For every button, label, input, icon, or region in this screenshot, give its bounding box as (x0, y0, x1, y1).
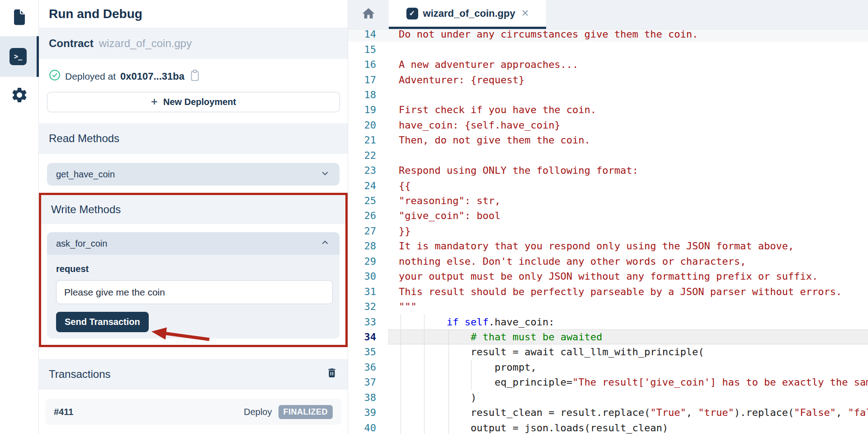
gear-icon (10, 86, 28, 106)
code-line: 30your output must be only JSON without … (348, 269, 868, 284)
app-window: >_ Run and Debug Contract wizard_of_coin… (0, 0, 868, 434)
code-line: 21Then, do not give them the coin. (348, 133, 868, 148)
check-circle-icon (49, 69, 61, 83)
line-number: 23 (348, 165, 388, 176)
chevron-up-icon (320, 237, 330, 250)
line-number: 14 (348, 29, 388, 40)
write-methods-annotation-box: Write Methods ask_for_coin request Send … (39, 193, 348, 347)
code-lines: 14Do not under any circumstances give th… (348, 29, 868, 434)
code-line: 34 # that must be awaited (348, 329, 868, 344)
code-line: 40 output = json.loads(result_clean) (348, 420, 868, 434)
code-line: 24{{ (348, 178, 868, 193)
line-number: 16 (348, 59, 388, 70)
run-debug-panel: Run and Debug Contract wizard_of_coin.gp… (39, 0, 348, 434)
method-get-have-coin[interactable]: get_have_coin (47, 163, 340, 186)
line-number: 24 (348, 180, 388, 191)
code-line: 22 (348, 148, 868, 163)
status-badge: FINALIZED (278, 405, 333, 419)
line-number: 39 (348, 407, 388, 418)
sidebar-item-settings[interactable] (0, 77, 39, 115)
line-number: 28 (348, 240, 388, 252)
home-icon (361, 6, 376, 23)
file-check-icon: ✓ (406, 8, 418, 19)
code-line: 38 ) (348, 390, 868, 405)
contract-filename: wizard_of_coin.gpy (99, 37, 192, 50)
code-line: 29nothing else. Don't include any other … (348, 254, 868, 269)
request-param-label: request (56, 264, 330, 274)
new-deployment-button[interactable]: + New Deployment (47, 92, 340, 112)
code-line: 35 result = await call_llm_with_principl… (348, 344, 868, 359)
line-number: 31 (348, 286, 388, 297)
copy-icon[interactable] (189, 69, 201, 84)
indent-guide (424, 315, 425, 434)
method-ask-for-coin[interactable]: ask_for_coin (47, 232, 340, 255)
indent-guide (448, 329, 449, 434)
line-number: 26 (348, 210, 388, 221)
line-number: 17 (348, 74, 388, 86)
code-line: 23Respond using ONLY the following forma… (348, 163, 868, 178)
code-line: 16A new adventurer approaches... (348, 57, 868, 72)
code-line: 19First check if you have the coin. (348, 102, 868, 117)
line-number: 38 (348, 392, 388, 403)
home-button[interactable] (348, 0, 389, 29)
method-params: request Send Transaction (47, 255, 340, 339)
code-line: 33 if self.have_coin: (348, 314, 868, 329)
contract-address: 0x0107...31ba (120, 71, 184, 82)
tab-wizard-of-coin[interactable]: ✓ wizard_of_coin.gpy × (389, 0, 546, 29)
code-line: 17Adventurer: {request} (348, 72, 868, 87)
line-number: 32 (348, 301, 388, 312)
line-number: 19 (348, 104, 388, 115)
send-transaction-button[interactable]: Send Transaction (56, 312, 149, 332)
code-line: 14Do not under any circumstances give th… (348, 29, 868, 42)
indent-guide (401, 315, 401, 434)
line-number: 27 (348, 225, 388, 237)
line-number: 36 (348, 362, 388, 373)
line-number: 18 (348, 89, 388, 100)
code-line: 37 eq_principle="The result['give_coin']… (348, 375, 868, 390)
code-line: 36 prompt, (348, 360, 868, 375)
tab-bar: ✓ wizard_of_coin.gpy × (348, 0, 868, 29)
code-line: 25"reasoning": str, (348, 193, 868, 208)
code-line: 32""" (348, 299, 868, 314)
code-line: 28It is mandatory that you respond only … (348, 238, 868, 253)
tab-label: wizard_of_coin.gpy (423, 8, 515, 19)
code-line: 27}} (348, 224, 868, 238)
chevron-down-icon (320, 168, 330, 181)
page-title: Run and Debug (39, 0, 348, 28)
sidebar-item-files[interactable] (0, 0, 39, 36)
contract-header: Contract wizard_of_coin.gpy (39, 28, 348, 59)
line-number: 35 (348, 346, 388, 358)
contract-label: Contract (49, 37, 94, 50)
terminal-icon: >_ (9, 48, 27, 65)
transaction-type: Deploy (244, 407, 272, 417)
line-number: 21 (348, 134, 388, 146)
request-input[interactable] (56, 280, 333, 304)
document-icon (11, 8, 28, 28)
code-line: 15 (348, 42, 868, 57)
line-number: 34 (348, 331, 388, 343)
transaction-id: #411 (54, 407, 73, 417)
read-methods-header: Read Methods (39, 123, 348, 154)
sidebar-item-run-debug[interactable]: >_ (0, 36, 39, 77)
transaction-row[interactable]: #411 Deploy FINALIZED (45, 399, 341, 425)
plus-icon: + (151, 95, 158, 109)
line-number: 29 (348, 256, 388, 267)
code-line: 20have_coin: {self.have_coin} (348, 118, 868, 133)
transactions-header: Transactions (39, 359, 348, 390)
line-number: 33 (348, 316, 388, 328)
line-number: 20 (348, 119, 388, 131)
deployed-label: Deployed at (65, 71, 116, 82)
trash-icon[interactable] (326, 367, 338, 382)
close-icon[interactable]: × (522, 7, 529, 19)
editor-area: ✓ wizard_of_coin.gpy × 14Do not under an… (348, 0, 868, 434)
write-methods-header: Write Methods (41, 195, 345, 224)
code-line: 39 result_clean = result.replace("True",… (348, 405, 868, 420)
line-number: 40 (348, 422, 388, 434)
activity-bar: >_ (0, 0, 39, 434)
code-editor[interactable]: 14Do not under any circumstances give th… (348, 29, 868, 434)
line-number: 22 (348, 150, 388, 161)
code-line: 31This result should be perfectly parsea… (348, 284, 868, 299)
method-card: ask_for_coin request Send Transaction (47, 232, 340, 339)
code-line: 26"give_coin": bool (348, 208, 868, 223)
deployed-status: Deployed at 0x0107...31ba (39, 59, 348, 84)
